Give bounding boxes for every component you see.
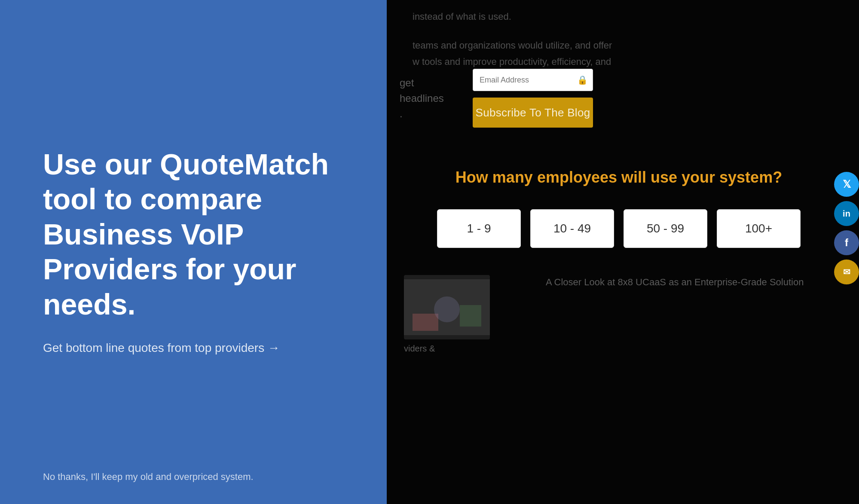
svg-point-2 bbox=[434, 296, 460, 322]
blog-thumbnail bbox=[404, 275, 490, 339]
right-article-title: A Closer Look at 8x8 UCaaS as an Enterpr… bbox=[546, 275, 825, 289]
employee-option-100plus[interactable]: 100+ bbox=[717, 209, 801, 248]
twitter-share-button[interactable]: 𝕏 bbox=[834, 172, 859, 197]
blog-background-text: instead of what is used. teams and organ… bbox=[400, 0, 636, 78]
email-share-button[interactable]: ✉ bbox=[834, 260, 859, 284]
left-panel: Use our QuoteMatch tool to compare Busin… bbox=[0, 0, 387, 504]
linkedin-share-button[interactable]: in bbox=[834, 201, 859, 226]
email-input[interactable] bbox=[473, 69, 593, 91]
svg-rect-1 bbox=[413, 314, 438, 331]
related-articles-section: viders & A Closer Look at 8x8 UCaaS as a… bbox=[404, 275, 825, 354]
subscribe-section: 🔒 Subscribe To The Blog bbox=[473, 69, 593, 128]
employee-options: 1 - 9 10 - 49 50 - 99 100+ bbox=[437, 209, 801, 248]
employee-option-10-49[interactable]: 10 - 49 bbox=[530, 209, 614, 248]
twitter-icon: 𝕏 bbox=[843, 178, 851, 190]
right-article: A Closer Look at 8x8 UCaaS as an Enterpr… bbox=[546, 275, 825, 289]
employee-option-1-9[interactable]: 1 - 9 bbox=[437, 209, 521, 248]
main-heading: Use our QuoteMatch tool to compare Busin… bbox=[43, 147, 344, 322]
dismiss-text[interactable]: No thanks, I'll keep my old and overpric… bbox=[43, 471, 254, 483]
social-sidebar: 𝕏 in f ✉ bbox=[834, 172, 859, 284]
employees-section: How many employees will use your system?… bbox=[404, 168, 834, 248]
email-share-icon: ✉ bbox=[843, 267, 850, 277]
left-article-text: viders & bbox=[404, 344, 533, 354]
left-article-snippet: viders & bbox=[404, 275, 533, 354]
facebook-icon: f bbox=[845, 237, 848, 249]
subtext[interactable]: Get bottom line quotes from top provider… bbox=[43, 339, 344, 357]
facebook-share-button[interactable]: f bbox=[834, 230, 859, 255]
subscribe-button[interactable]: Subscribe To The Blog bbox=[473, 98, 593, 128]
svg-rect-3 bbox=[460, 305, 481, 327]
employee-option-50-99[interactable]: 50 - 99 bbox=[624, 209, 707, 248]
employees-question: How many employees will use your system? bbox=[455, 168, 782, 188]
email-lock-icon: 🔒 bbox=[577, 75, 588, 85]
linkedin-icon: in bbox=[843, 209, 850, 219]
email-input-wrapper: 🔒 bbox=[473, 69, 593, 91]
